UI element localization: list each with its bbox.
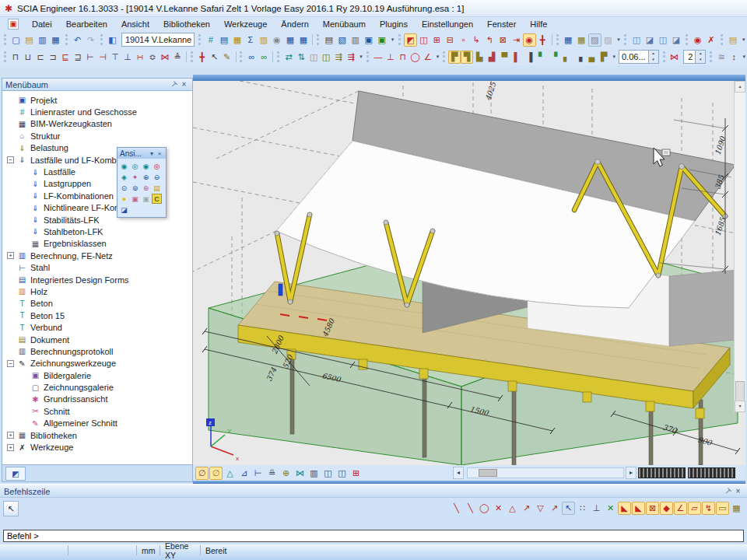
scale-spinner[interactable]: 0.06... ▴▾ — [619, 50, 659, 64]
document-new-icon[interactable]: ▣ — [362, 33, 375, 47]
move-icon[interactable]: ⇄ — [282, 51, 295, 64]
hot-cursor-icon[interactable]: ↖ — [209, 51, 221, 64]
toolbar-overflow-icon[interactable]: ▾ — [435, 54, 441, 60]
layer-e-icon[interactable]: ▄ — [585, 51, 598, 64]
filter-on-icon[interactable]: ▨ — [588, 33, 601, 47]
binoculars-active-icon[interactable]: ∞ — [258, 51, 270, 64]
zoom-out-icon[interactable]: ⊖ — [152, 172, 162, 182]
graph-icon[interactable]: ⊿ — [237, 467, 251, 480]
tree-item[interactable]: ▥Holz — [2, 285, 192, 297]
animation-bar-1[interactable] — [638, 467, 686, 478]
expand-icon[interactable]: + — [7, 432, 14, 439]
cursor-snap-icon[interactable]: ↖ — [562, 502, 575, 515]
snap-mid-icon[interactable]: ╲ — [464, 502, 477, 515]
model-window-border[interactable] — [193, 75, 745, 81]
rotate-icon[interactable]: ⊥ — [121, 51, 134, 64]
vscrollbar-thumb[interactable] — [735, 381, 745, 401]
image-save-icon[interactable]: ▣ — [130, 194, 140, 204]
zoom-in-icon[interactable]: ⊕ — [141, 172, 151, 182]
tree-tab[interactable]: ◩ — [5, 467, 26, 481]
view-y-icon[interactable]: ◎ — [130, 161, 140, 171]
layer-top-icon[interactable]: ▀ — [498, 51, 510, 64]
level-icon[interactable]: ≞ — [265, 467, 279, 480]
stretch-icon[interactable]: ∺ — [134, 51, 146, 64]
expand-icon[interactable]: + — [7, 252, 14, 259]
layer-left-icon[interactable]: ▌ — [510, 51, 523, 64]
smooth-icon[interactable]: ≊ — [715, 51, 728, 64]
snap-vector-icon[interactable]: ↗ — [548, 502, 561, 515]
layer-a-icon[interactable]: ▘ — [535, 51, 548, 64]
count-spinner[interactable]: 2 ▴▾ — [683, 50, 707, 64]
line-icon[interactable]: — — [372, 51, 384, 64]
palette-dropdown-icon[interactable]: ▾ — [148, 150, 156, 157]
export-folder-icon[interactable]: ▤ — [726, 33, 739, 47]
table-results-icon[interactable]: ▦ — [296, 33, 310, 47]
toolbar-overflow-icon[interactable]: ▾ — [358, 54, 364, 60]
export-selection-icon[interactable]: ▦ — [575, 33, 588, 47]
tree-item[interactable]: ▦BIM-Werkzeugkasten — [2, 118, 192, 130]
project-window-icon[interactable]: ◧ — [106, 33, 119, 47]
snap-endpoint-icon[interactable]: ◣ — [618, 502, 631, 515]
curve-icon[interactable]: ⊐ — [47, 51, 59, 64]
zoom-window-icon[interactable]: ⊙ — [119, 183, 129, 193]
parameters-icon[interactable]: ◫ — [321, 467, 335, 480]
snap-arc-icon[interactable]: ↯ — [702, 502, 715, 515]
select-add-icon[interactable]: ◫ — [417, 33, 430, 47]
close-icon[interactable]: × — [179, 80, 189, 89]
layer-d-icon[interactable]: ▗ — [573, 51, 585, 64]
menu-item[interactable]: Menübaum — [316, 18, 373, 30]
tree-item[interactable]: ▥Berechnungsprotokoll — [2, 345, 192, 357]
new-project-icon[interactable]: ▢ — [9, 33, 23, 47]
open-project-icon[interactable]: ▤ — [23, 33, 36, 47]
menu-item[interactable]: Bibliotheken — [156, 18, 217, 30]
tree-item[interactable]: TVerbund — [2, 321, 192, 333]
tree-item[interactable]: ⊢Stahl — [2, 261, 192, 273]
layer-activity-icon[interactable]: ▛ — [448, 51, 461, 64]
layer-invert-icon[interactable]: ▟ — [486, 51, 498, 64]
expand-icon[interactable]: + — [7, 444, 14, 451]
frame-icon[interactable]: ⊓ — [397, 51, 409, 64]
flag-icon[interactable]: ⊢ — [251, 467, 265, 480]
snap-line-icon[interactable]: ╲ — [450, 502, 463, 515]
select-poly-icon[interactable]: ⊟ — [444, 33, 457, 47]
hot-node-icon[interactable]: ╋ — [196, 51, 209, 64]
multi-copy-icon[interactable]: ◫ — [320, 51, 332, 64]
snap-edge-icon[interactable]: ▱ — [688, 502, 701, 515]
snap-circle-icon[interactable]: ◯ — [478, 502, 491, 515]
select-by-property-icon[interactable]: ◉ — [523, 33, 536, 47]
break-icon[interactable]: ⊑ — [59, 51, 72, 64]
move-node-icon[interactable]: ⊓ — [9, 51, 22, 64]
tree-item[interactable]: ▣Bildergalerie — [2, 369, 192, 381]
palette-title-bar[interactable]: Ansi... ▾ × — [117, 148, 166, 159]
ortho-icon[interactable]: ⊥ — [590, 502, 603, 515]
array-icon[interactable]: ⇶ — [332, 51, 345, 64]
tree-item[interactable]: +▥Berechnung, FE-Netz — [2, 250, 192, 261]
copy-picture-icon[interactable]: ◫ — [630, 33, 643, 47]
snap-arrow-icon[interactable]: ↗ — [520, 502, 533, 515]
extend-icon[interactable]: ⊣ — [96, 51, 109, 64]
view-x-icon[interactable]: ◉ — [119, 161, 129, 171]
tree-item[interactable]: −✎Zeichnungswerkzeuge — [2, 358, 192, 369]
spinner-stepper[interactable]: ▴▾ — [695, 51, 705, 63]
settings-wheel-icon[interactable]: ◉ — [270, 33, 283, 47]
catalog-icon[interactable]: ▥ — [257, 33, 270, 47]
menu-item[interactable]: Bearbeiten — [59, 18, 114, 30]
scroll-up-icon[interactable]: ▴ — [735, 81, 745, 93]
weld-icon[interactable]: ≜ — [171, 51, 184, 64]
select-single-icon[interactable]: ◩ — [404, 33, 417, 47]
command-input[interactable] — [3, 530, 744, 542]
zoom-all-icon[interactable]: ⊚ — [130, 183, 140, 193]
layer-c-icon[interactable]: ▖ — [560, 51, 573, 64]
scroll-down-icon[interactable]: ▾ — [735, 401, 745, 412]
tree-item[interactable]: ✱Grundrissansicht — [2, 394, 192, 405]
view-clip-icon[interactable]: ∅ — [195, 467, 209, 480]
toolbar-overflow-icon[interactable]: ▾ — [389, 37, 396, 43]
toolbar-overflow-icon[interactable]: ▾ — [611, 54, 617, 60]
deform-scale-icon[interactable]: ⋈ — [668, 51, 681, 64]
layer-current-icon[interactable]: ▜ — [461, 51, 473, 64]
binoculars-icon[interactable]: ∞ — [245, 51, 258, 64]
document-icon[interactable]: ▥ — [349, 33, 362, 47]
perpendicular-icon[interactable]: ⊥ — [384, 51, 397, 64]
paste-properties-icon[interactable]: ◪ — [669, 33, 682, 47]
resize-icon[interactable]: ↕ — [728, 51, 740, 64]
